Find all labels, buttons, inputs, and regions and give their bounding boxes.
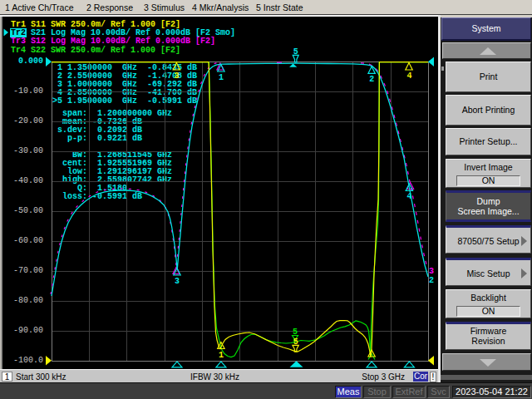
svg-text:2: 2 [429, 276, 434, 285]
svg-text:5: 5 [293, 337, 298, 347]
svg-text:3: 3 [175, 71, 180, 81]
svg-text:4: 4 [407, 192, 412, 201]
svg-text:3: 3 [429, 267, 434, 276]
svg-text:2: 2 [369, 75, 374, 84]
svg-text:1: 1 [219, 73, 224, 82]
svg-text:1: 1 [219, 351, 224, 360]
svg-text:4: 4 [407, 71, 412, 81]
svg-text:3: 3 [175, 277, 180, 286]
svg-text:5: 5 [293, 328, 298, 337]
